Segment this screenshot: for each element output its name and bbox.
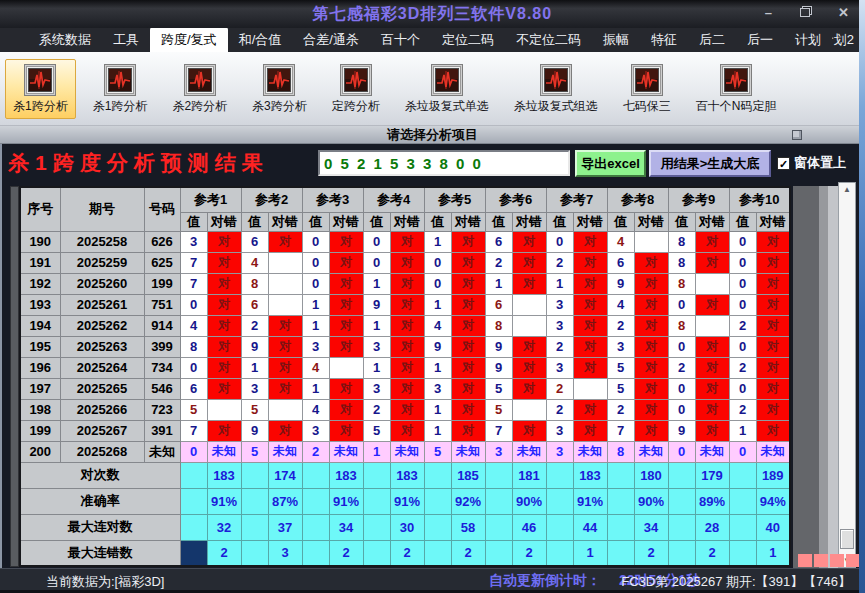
menu-item-5[interactable]: 合差/通杀	[292, 27, 370, 52]
cell-value[interactable]: 2	[607, 315, 634, 336]
summary-spacer-cell[interactable]	[241, 514, 268, 540]
cell-value[interactable]: 3	[424, 378, 451, 399]
cell-seq[interactable]: 190	[20, 231, 60, 252]
summary-spacer-cell[interactable]	[546, 514, 573, 540]
cell-value[interactable]: 2	[546, 336, 573, 357]
cell-value[interactable]: 0	[668, 441, 695, 462]
summary-spacer-cell[interactable]	[302, 462, 329, 488]
cell-value[interactable]: 0	[546, 231, 573, 252]
menu-item-6[interactable]: 百十个	[370, 27, 431, 52]
cell-judge[interactable]: 对	[451, 294, 485, 315]
cell-judge[interactable]	[207, 399, 241, 420]
cell-value[interactable]: 0	[668, 399, 695, 420]
cell-value[interactable]: 2	[241, 315, 268, 336]
tool-button-5[interactable]: 定跨分析	[324, 59, 388, 119]
cell-judge[interactable]: 对	[756, 231, 790, 252]
cell-judge[interactable]: 未知	[329, 441, 363, 462]
cell-value[interactable]: 0	[363, 252, 390, 273]
cell-judge[interactable]: 对	[695, 231, 729, 252]
summary-spacer-cell[interactable]	[180, 488, 207, 514]
cell-judge[interactable]: 对	[207, 357, 241, 378]
cell-value[interactable]: 8	[668, 231, 695, 252]
cell-judge[interactable]: 对	[390, 231, 424, 252]
cell-value[interactable]: 2	[302, 441, 329, 462]
summary-spacer-cell[interactable]	[668, 514, 695, 540]
summary-spacer-cell[interactable]	[485, 514, 512, 540]
cell-value[interactable]: 0	[302, 273, 329, 294]
cell-value[interactable]: 5	[485, 378, 512, 399]
cell-value[interactable]: 7	[607, 420, 634, 441]
summary-spacer-cell[interactable]	[302, 514, 329, 540]
summary-spacer-cell[interactable]	[607, 514, 634, 540]
summary-value[interactable]: 183	[573, 462, 607, 488]
cell-value[interactable]: 3	[180, 231, 207, 252]
menu-item-3[interactable]: 跨度/复式	[150, 27, 228, 52]
cell-value[interactable]: 0	[668, 294, 695, 315]
cell-judge[interactable]: 对	[756, 378, 790, 399]
cell-value[interactable]: 0	[363, 231, 390, 252]
cell-value[interactable]: 1	[424, 420, 451, 441]
cell-period[interactable]: 2025260	[60, 273, 144, 294]
cell-period[interactable]: 2025267	[60, 420, 144, 441]
cell-value[interactable]: 0	[729, 441, 756, 462]
summary-spacer-cell[interactable]	[546, 488, 573, 514]
cell-value[interactable]: 1	[363, 441, 390, 462]
summary-value[interactable]: 179	[695, 462, 729, 488]
summary-spacer-cell[interactable]	[607, 488, 634, 514]
cell-value[interactable]: 0	[668, 336, 695, 357]
cell-value[interactable]: 7	[180, 252, 207, 273]
cell-judge[interactable]: 对	[207, 231, 241, 252]
cell-value[interactable]: 2	[546, 252, 573, 273]
cell-judge[interactable]: 对	[268, 378, 302, 399]
cell-judge[interactable]: 对	[268, 231, 302, 252]
cell-value[interactable]: 6	[241, 231, 268, 252]
cell-judge[interactable]	[512, 399, 546, 420]
summary-spacer-cell[interactable]	[546, 540, 573, 566]
cell-seq[interactable]: 199	[20, 420, 60, 441]
restore-icon[interactable]	[800, 5, 810, 21]
cell-value[interactable]: 1	[302, 378, 329, 399]
cell-value[interactable]: 0	[729, 231, 756, 252]
cell-value[interactable]: 8	[180, 336, 207, 357]
summary-value[interactable]: 94%	[756, 488, 790, 514]
cell-value[interactable]: 9	[241, 420, 268, 441]
cell-value[interactable]: 6	[607, 252, 634, 273]
summary-spacer-cell[interactable]	[241, 540, 268, 566]
summary-value[interactable]: 87%	[268, 488, 302, 514]
cell-judge[interactable]: 对	[634, 294, 668, 315]
summary-value[interactable]: 34	[634, 514, 668, 540]
cell-value[interactable]: 2	[729, 399, 756, 420]
cell-judge[interactable]: 对	[756, 420, 790, 441]
cell-value[interactable]: 5	[424, 441, 451, 462]
summary-spacer-cell[interactable]	[729, 540, 756, 566]
cell-judge[interactable]: 对	[451, 336, 485, 357]
tool-button-3[interactable]: 杀2跨分析	[164, 59, 235, 119]
cell-value[interactable]: 3	[546, 315, 573, 336]
cell-value[interactable]: 0	[729, 378, 756, 399]
cell-judge[interactable]: 对	[451, 231, 485, 252]
checkbox-checked-icon[interactable]: ✓	[777, 157, 790, 170]
cell-value[interactable]: 9	[668, 420, 695, 441]
cell-value[interactable]: 6	[180, 378, 207, 399]
cell-value[interactable]: 5	[363, 420, 390, 441]
summary-value[interactable]: 37	[268, 514, 302, 540]
menu-item-1[interactable]: 系统数据	[28, 27, 102, 52]
cell-value[interactable]: 6	[485, 231, 512, 252]
cell-judge[interactable]	[268, 399, 302, 420]
cell-judge[interactable]: 对	[329, 294, 363, 315]
summary-value[interactable]: 174	[268, 462, 302, 488]
cell-judge[interactable]: 对	[573, 336, 607, 357]
summary-spacer-cell[interactable]	[302, 540, 329, 566]
cell-judge[interactable]: 对	[268, 420, 302, 441]
summary-spacer-cell[interactable]	[668, 488, 695, 514]
cell-judge[interactable]	[268, 252, 302, 273]
cell-judge[interactable]: 对	[695, 357, 729, 378]
cell-judge[interactable]: 对	[512, 252, 546, 273]
summary-spacer-cell[interactable]	[424, 488, 451, 514]
cell-judge[interactable]: 对	[512, 378, 546, 399]
summary-value[interactable]: 40	[756, 514, 790, 540]
cell-value[interactable]: 8	[485, 315, 512, 336]
cell-seq[interactable]: 196	[20, 357, 60, 378]
summary-value[interactable]: 90%	[634, 488, 668, 514]
cell-judge[interactable]: 对	[207, 273, 241, 294]
